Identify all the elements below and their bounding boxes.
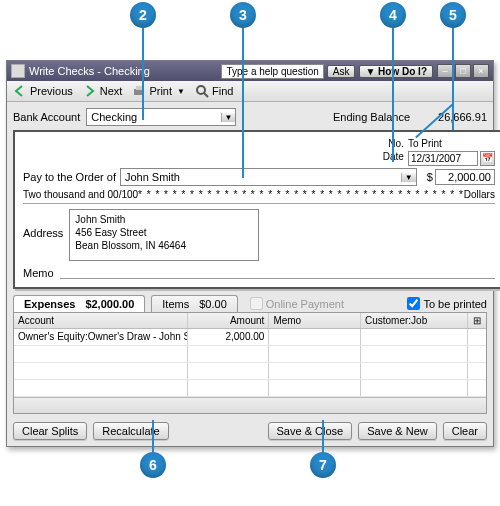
find-label: Find [212,85,233,97]
save-close-button[interactable]: Save & Close [268,422,353,440]
chevron-down-icon[interactable]: ▼ [221,113,235,122]
col-memo[interactable]: Memo [269,313,361,328]
callout-7: 7 [310,452,336,478]
next-icon [83,84,97,98]
to-be-printed-check[interactable] [407,297,420,310]
grid-row[interactable] [14,363,486,380]
grid-scrollbar[interactable] [14,397,486,413]
bank-account-input[interactable] [87,111,221,123]
cell-memo[interactable] [269,329,361,345]
tab-expenses-label: Expenses [24,298,75,310]
next-button[interactable]: Next [83,84,123,98]
callout-4: 4 [380,2,406,28]
print-dropdown-icon: ▼ [177,87,185,96]
cell-account[interactable]: Owner's Equity:Owner's Draw - John Smith [14,329,188,345]
callout-2: 2 [130,2,156,28]
cell-bill[interactable] [468,329,486,345]
recalculate-button[interactable]: Recalculate [93,422,168,440]
help-search-input[interactable]: Type a help question [221,64,323,79]
print-label: Print [149,85,172,97]
online-payment-check [250,297,263,310]
memo-input[interactable] [60,267,495,279]
check-no-label: No. [383,138,404,149]
svg-point-2 [197,86,205,94]
amount-words: Two thousand and 00/100 [23,189,138,200]
previous-icon [13,84,27,98]
pay-to-label: Pay to the Order of [23,171,116,183]
clear-button[interactable]: Clear [443,422,487,440]
svg-line-3 [204,93,208,97]
write-checks-window: Write Checks - Checking Type a help ques… [6,60,494,447]
ask-button[interactable]: Ask [327,65,356,78]
amount-input[interactable] [435,169,495,185]
save-new-button[interactable]: Save & New [358,422,437,440]
print-icon [132,84,146,98]
memo-label: Memo [23,267,54,279]
check-panel: No. Date To Print 📅 Pay to the Order of [13,130,500,289]
col-customer[interactable]: Customer:Job [361,313,468,328]
close-button[interactable]: × [473,64,489,78]
ending-balance-label: Ending Balance [333,111,410,123]
next-label: Next [100,85,123,97]
find-icon [195,84,209,98]
to-be-printed-checkbox[interactable]: To be printed [407,297,487,310]
tab-items-total: $0.00 [199,298,227,310]
bank-account-label: Bank Account [13,111,80,123]
check-date-label: Date [383,151,404,162]
calendar-icon[interactable]: 📅 [480,151,495,166]
dollars-label: Dollars [464,189,495,200]
tab-items[interactable]: Items $0.00 [151,295,237,312]
grid-row[interactable]: Owner's Equity:Owner's Draw - John Smith… [14,329,486,346]
previous-button[interactable]: Previous [13,84,73,98]
check-date-input[interactable] [408,151,478,166]
how-do-i-button[interactable]: ▼ How Do I? [359,65,433,78]
col-bill[interactable]: ⊞ [468,313,486,328]
bank-account-combo[interactable]: ▼ [86,108,236,126]
ending-balance-value: 26,666.91 [438,111,487,123]
clear-splits-button[interactable]: Clear Splits [13,422,87,440]
address-box[interactable]: John Smith 456 Easy Street Bean Blossom,… [69,209,259,261]
window-title: Write Checks - Checking [29,65,150,77]
callout-5: 5 [440,2,466,28]
col-amount[interactable]: Amount [188,313,269,328]
chevron-down-icon[interactable]: ▼ [401,173,416,182]
tab-items-label: Items [162,298,189,310]
app-icon [11,64,25,78]
payee-input[interactable] [121,171,401,183]
check-no-value: To Print [408,138,495,149]
amount-stars: * * * * * * * * * * * * * * * * * * * * … [138,189,464,200]
print-button[interactable]: Print ▼ [132,84,185,98]
previous-label: Previous [30,85,73,97]
toolbar: Previous Next Print ▼ Find [7,81,493,102]
find-button[interactable]: Find [195,84,233,98]
cell-customer[interactable] [361,329,468,345]
expenses-grid: Account Amount Memo Customer:Job ⊞ Owner… [13,312,487,414]
maximize-button[interactable]: □ [455,64,471,78]
minimize-button[interactable]: – [437,64,453,78]
payee-combo[interactable]: ▼ [120,168,417,186]
to-be-printed-label: To be printed [423,298,487,310]
grid-row[interactable] [14,346,486,363]
callout-3: 3 [230,2,256,28]
tab-expenses[interactable]: Expenses $2,000.00 [13,295,145,312]
svg-rect-1 [136,86,142,90]
tab-expenses-total: $2,000.00 [85,298,134,310]
online-payment-checkbox: Online Payment [250,297,344,310]
currency-label: $ [427,171,433,183]
cell-amount[interactable]: 2,000.00 [188,329,269,345]
grid-row[interactable] [14,380,486,397]
grid-header: Account Amount Memo Customer:Job ⊞ [14,313,486,329]
address-label: Address [23,227,63,239]
titlebar: Write Checks - Checking Type a help ques… [7,61,493,81]
col-account[interactable]: Account [14,313,188,328]
callout-6: 6 [140,452,166,478]
online-payment-label: Online Payment [266,298,344,310]
